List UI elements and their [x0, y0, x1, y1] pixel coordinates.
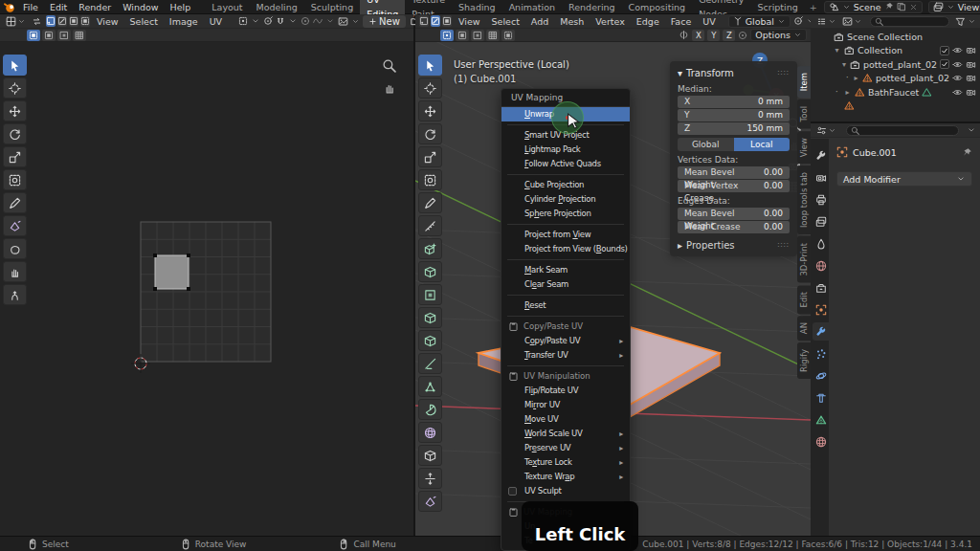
- options-dropdown[interactable]: Options: [750, 29, 807, 41]
- vp-menu-select[interactable]: Select: [487, 16, 524, 27]
- workspace-tab-sculpting[interactable]: Sculpting: [304, 0, 360, 14]
- outliner-row-potted-plant-02-2[interactable]: ▾potted_plant_02: [811, 57, 980, 72]
- chev-icon[interactable]: [325, 16, 335, 26]
- chev-icon[interactable]: [351, 17, 360, 26]
- mirror-y-button[interactable]: Y: [707, 30, 720, 41]
- properties-panel-collapsed[interactable]: ▸Properties∷∷: [678, 240, 790, 251]
- camsm-icon[interactable]: [966, 59, 976, 70]
- tool-transform[interactable]: [3, 169, 27, 190]
- menu-item-project-from-view-bounds-11[interactable]: Project from View (Bounds): [501, 242, 630, 256]
- chev-icon[interactable]: [967, 125, 976, 135]
- snapto-icon[interactable]: [793, 16, 803, 26]
- magnifier-icon[interactable]: [382, 58, 396, 73]
- properties-search-input[interactable]: [846, 125, 959, 136]
- uv-sync-selection-toggle[interactable]: [30, 15, 44, 28]
- properties-tab-collection[interactable]: [813, 278, 829, 297]
- vp-select-mode-edge[interactable]: [431, 15, 440, 27]
- scene-selector[interactable]: Scene: [824, 1, 923, 13]
- outliner-caret[interactable]: ▾: [841, 60, 847, 69]
- properties-tab-render[interactable]: [813, 168, 829, 187]
- tool-annotate[interactable]: [418, 192, 442, 213]
- orientation-selector[interactable]: Global: [728, 15, 791, 28]
- menu-item-cube-projection-6[interactable]: Cube Projection: [501, 178, 630, 192]
- menu-item-lightmap-pack-3[interactable]: Lightmap Pack: [501, 143, 630, 157]
- outliner-search-input[interactable]: [870, 16, 949, 27]
- camsm-icon[interactable]: [966, 45, 976, 55]
- tool-rotate[interactable]: [3, 123, 27, 144]
- properties-tab-object[interactable]: [813, 300, 829, 319]
- menu-checkbox[interactable]: [508, 487, 517, 496]
- topbar-menu-render[interactable]: Render: [74, 2, 116, 12]
- eye-icon[interactable]: [952, 87, 963, 98]
- sidebar-tab-3d-print[interactable]: 3D-Print: [797, 236, 811, 283]
- uv-select-mode-island[interactable]: [80, 15, 90, 27]
- outliner-row-clipped[interactable]: [811, 99, 980, 114]
- properties-tab-particles[interactable]: [813, 344, 829, 363]
- tool-tweak-select[interactable]: [3, 55, 27, 76]
- sidebar-tab-edit[interactable]: Edit: [797, 285, 811, 314]
- menu-item-mark-seam-13[interactable]: Mark Seam: [501, 263, 630, 277]
- median-field-x[interactable]: X0 mm: [678, 96, 790, 108]
- space-button-global[interactable]: Global: [678, 138, 734, 151]
- logo-icon[interactable]: [4, 1, 16, 13]
- vp-menu-add[interactable]: Add: [526, 16, 553, 27]
- properties-tab-object-data[interactable]: [813, 410, 829, 429]
- menu-item-project-from-view-10[interactable]: Project from View: [501, 228, 630, 242]
- uv-select-mode-vtx[interactable]: [46, 15, 56, 27]
- workspace-tab-rendering[interactable]: Rendering: [562, 0, 622, 14]
- outliner-caret[interactable]: ▸: [853, 74, 859, 82]
- topbar-menu-edit[interactable]: Edit: [45, 2, 72, 12]
- menu-item-flip-rotate-uv-23[interactable]: Flip/Rotate UV: [501, 384, 630, 398]
- vp-menu-face[interactable]: Face: [666, 16, 696, 27]
- menu-item-copy-paste-uv-19[interactable]: Copy/Paste UV▸: [501, 334, 630, 348]
- pin-icon[interactable]: [884, 2, 894, 11]
- sidebar-tab-an[interactable]: AN: [797, 316, 811, 341]
- tool-spin[interactable]: [418, 399, 442, 420]
- uv-canvas[interactable]: [0, 42, 413, 536]
- properties-tab-material[interactable]: [813, 432, 829, 451]
- checkbox-icon[interactable]: [940, 46, 949, 55]
- copy-icon[interactable]: [897, 2, 906, 11]
- vp-select-mode-face[interactable]: [442, 15, 452, 27]
- topbar-menu-file[interactable]: File: [18, 2, 43, 12]
- uv-menu-image[interactable]: Image: [165, 16, 203, 27]
- properties-tab-modifiers[interactable]: [813, 322, 829, 341]
- chev-icon[interactable]: [288, 16, 298, 26]
- vp-selecttool-mode-2[interactable]: [471, 30, 484, 41]
- tool-tweak-select[interactable]: [418, 55, 442, 76]
- vp-menu-mesh[interactable]: Mesh: [555, 16, 589, 27]
- tool-extrude-region[interactable]: [418, 261, 442, 282]
- menu-item-reset-16[interactable]: Reset: [501, 298, 630, 313]
- image-icon[interactable]: [338, 16, 348, 27]
- mirror-x-button[interactable]: X: [692, 30, 704, 41]
- mirror-z-button[interactable]: Z: [723, 30, 735, 41]
- outliner-caret[interactable]: ▾: [833, 46, 841, 55]
- workspace-tab-scripting[interactable]: Scripting: [751, 0, 805, 14]
- tool-annotate[interactable]: [3, 192, 27, 213]
- outliner-row-collection-1[interactable]: ▾Collection: [811, 44, 980, 58]
- median-field-y[interactable]: Y0 mm: [678, 109, 790, 121]
- sidebar-tab-item[interactable]: Item: [797, 66, 811, 98]
- tool-shrink-fatten[interactable]: [418, 468, 442, 489]
- menu-item-texture-wrap-29[interactable]: Texture Wrap▸: [501, 470, 630, 484]
- tool-scale[interactable]: [3, 146, 27, 167]
- camsm-icon[interactable]: [966, 73, 976, 83]
- workspace-tab-modeling[interactable]: Modeling: [250, 0, 304, 14]
- tool-rip-region[interactable]: [418, 491, 442, 512]
- menu-item-preserve-uv-27[interactable]: Preserve UV▸: [501, 441, 630, 455]
- menu-item-clear-seam-14[interactable]: Clear Seam: [501, 277, 630, 292]
- new-image-button[interactable]: New: [363, 15, 406, 28]
- uv-sticky-mode-3[interactable]: [73, 30, 86, 41]
- tool-3d-cursor[interactable]: [418, 77, 442, 99]
- uv-sticky-mode-2[interactable]: [57, 30, 71, 41]
- propcirc-icon[interactable]: [738, 31, 747, 40]
- uv-select-mode-face[interactable]: [69, 15, 78, 27]
- vp-selecttool-mode-3[interactable]: [486, 30, 500, 41]
- topbar-menu-help[interactable]: Help: [166, 2, 196, 12]
- menu-item-cylinder-projection-7[interactable]: Cylinder Projection: [501, 192, 630, 207]
- tool-rip-region[interactable]: [3, 215, 27, 236]
- tool-measure[interactable]: [418, 215, 442, 236]
- add-workspace-button[interactable]: +: [805, 0, 822, 14]
- sidebar-tab-tool[interactable]: Tool: [797, 99, 811, 129]
- vp-selecttool-mode-4[interactable]: [501, 30, 515, 41]
